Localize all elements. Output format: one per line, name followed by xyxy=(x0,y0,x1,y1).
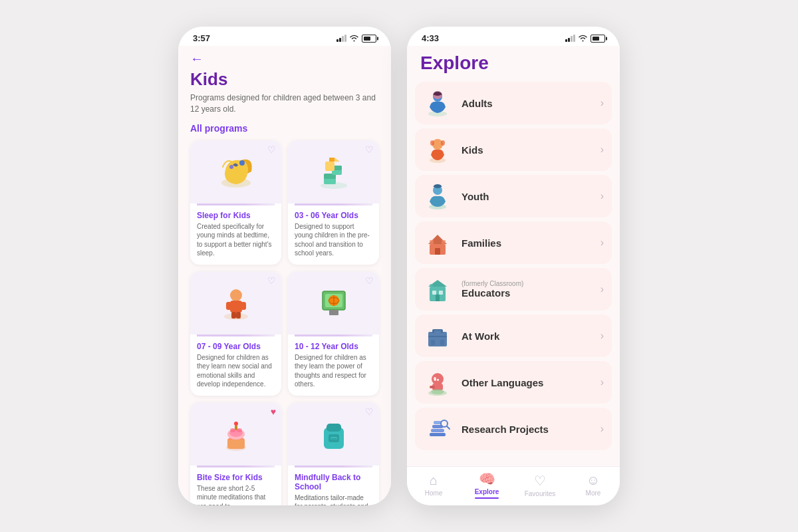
families-name: Families xyxy=(462,237,600,249)
svg-rect-14 xyxy=(226,302,231,310)
category-item-families[interactable]: Families › xyxy=(415,221,612,264)
status-icons-1 xyxy=(336,35,376,43)
category-item-research[interactable]: Research Projects › xyxy=(415,408,612,450)
card-name-03-06: 03 - 06 Year Olds xyxy=(295,211,372,220)
page-description: Programs designed for children aged betw… xyxy=(190,92,379,115)
svg-point-46 xyxy=(434,184,442,188)
explore-header: Explore xyxy=(407,46,620,82)
svg-point-12 xyxy=(230,289,242,301)
heart-icon-07-09[interactable]: ♡ xyxy=(267,275,276,286)
languages-text: Other Languages xyxy=(462,377,600,388)
svg-rect-62 xyxy=(431,340,435,345)
kids-icon xyxy=(420,134,455,166)
card-desc-07-09: Designed for children as they learn new … xyxy=(197,353,275,389)
card-desc-bitesize: These are short 2-5 minute meditations t… xyxy=(197,484,275,505)
svg-point-1 xyxy=(239,160,245,166)
card-name-07-09: 07 - 09 Year Olds xyxy=(197,342,275,351)
svg-point-30 xyxy=(234,422,238,426)
heart-icon-bitesize[interactable]: ♥ xyxy=(271,406,276,417)
back-button[interactable]: ← xyxy=(190,51,203,66)
svg-rect-17 xyxy=(236,312,241,319)
section-title: All programs xyxy=(190,123,379,134)
phone-kids: 3:57 ← Kids Programs designed for c xyxy=(178,27,391,505)
time-1: 3:57 xyxy=(193,33,210,43)
home-label: Home xyxy=(425,489,443,497)
category-item-adults[interactable]: Adults › xyxy=(415,82,612,124)
status-icons-2 xyxy=(565,35,605,43)
more-icon: ☺ xyxy=(587,473,600,488)
nav-home[interactable]: ⌂ Home xyxy=(415,473,452,497)
svg-rect-10 xyxy=(329,158,334,162)
atwork-name: At Work xyxy=(462,331,600,342)
category-item-youth[interactable]: Youth › xyxy=(415,175,612,217)
category-item-languages[interactable]: ●● Other Languages › xyxy=(415,361,612,404)
svg-rect-57 xyxy=(430,284,433,287)
status-bar-2: 4:33 xyxy=(407,27,620,46)
svg-rect-13 xyxy=(230,301,242,313)
status-bar-1: 3:57 xyxy=(178,27,391,46)
battery-icon xyxy=(362,35,376,43)
research-text: Research Projects xyxy=(462,424,600,435)
category-item-educators[interactable]: (formerly Classroom) Educators › xyxy=(415,268,612,311)
heart-icon-sleep[interactable]: ♡ xyxy=(267,144,276,155)
svg-point-43 xyxy=(441,140,445,146)
signal-icon-2 xyxy=(565,35,575,42)
sleep-illustration xyxy=(213,148,259,195)
battery-icon-2 xyxy=(591,35,605,43)
program-card-10-12[interactable]: ♡ 10 - 12 Year Olds xyxy=(288,271,379,396)
svg-rect-16 xyxy=(231,312,236,319)
svg-rect-51 xyxy=(442,240,446,244)
card-image-sleep: ♡ xyxy=(190,140,281,203)
card-body-03-06: 03 - 06 Year Olds Designed to support yo… xyxy=(288,205,379,265)
category-item-kids[interactable]: Kids › xyxy=(415,128,612,171)
program-card-03-06[interactable]: ♡ 03 - 06 xyxy=(288,140,379,265)
svg-point-70 xyxy=(431,389,444,394)
educators-name: Educators xyxy=(462,287,600,299)
category-item-atwork[interactable]: At Work › xyxy=(415,315,612,357)
families-text: Families xyxy=(462,237,600,249)
svg-point-28 xyxy=(237,428,242,432)
basketball-illustration xyxy=(311,279,357,326)
heart-icon-03-06[interactable]: ♡ xyxy=(365,144,374,155)
explore-title: Explore xyxy=(420,53,606,74)
families-chevron: › xyxy=(600,237,604,249)
youth-chevron: › xyxy=(600,190,604,202)
svg-rect-35 xyxy=(331,438,336,440)
svg-rect-55 xyxy=(439,291,443,295)
adults-text: Adults xyxy=(462,98,600,109)
program-card-sleep[interactable]: ♡ Sleep for Kids xyxy=(190,140,281,265)
research-icon xyxy=(420,413,455,445)
card-body-sleep: Sleep for Kids Created specifically for … xyxy=(190,205,281,265)
nav-more[interactable]: ☺ More xyxy=(575,473,612,497)
program-card-school[interactable]: ♡ Mindfully Back to School Meditations t… xyxy=(288,402,379,505)
card-name-school: Mindfully Back to School xyxy=(295,473,372,491)
svg-rect-24 xyxy=(227,438,245,449)
svg-rect-54 xyxy=(432,291,436,295)
svg-rect-71 xyxy=(430,433,446,436)
svg-point-39 xyxy=(434,92,442,96)
svg-rect-49 xyxy=(435,248,440,255)
heart-icon-school[interactable]: ♡ xyxy=(365,406,374,417)
svg-point-2 xyxy=(229,165,233,169)
favourites-icon: ♡ xyxy=(534,473,546,489)
home-icon: ⌂ xyxy=(430,473,438,488)
svg-rect-32 xyxy=(327,424,341,432)
program-card-bitesize[interactable]: ♥ xyxy=(190,402,281,505)
svg-rect-72 xyxy=(431,429,444,432)
families-icon xyxy=(420,227,455,259)
nav-favourites[interactable]: ♡ Favourites xyxy=(521,473,559,497)
cupcake-illustration xyxy=(213,410,259,457)
card-image-bitesize: ♥ xyxy=(190,402,281,466)
research-chevron: › xyxy=(600,423,604,435)
signal-icon xyxy=(336,35,346,42)
explore-label: Explore xyxy=(475,488,499,495)
program-card-07-09[interactable]: ♡ 07 - 09 Year Olds xyxy=(190,271,281,396)
svg-line-76 xyxy=(447,426,450,429)
heart-icon-10-12[interactable]: ♡ xyxy=(365,275,374,286)
atwork-icon xyxy=(420,320,455,352)
explore-screen-content: Explore xyxy=(407,46,620,466)
nav-explore[interactable]: 🧠 Explore xyxy=(468,471,505,499)
educators-subtitle: (formerly Classroom) xyxy=(462,280,600,287)
wifi-icon xyxy=(349,35,359,42)
card-body-bitesize: Bite Size for Kids These are short 2-5 m… xyxy=(190,467,281,505)
